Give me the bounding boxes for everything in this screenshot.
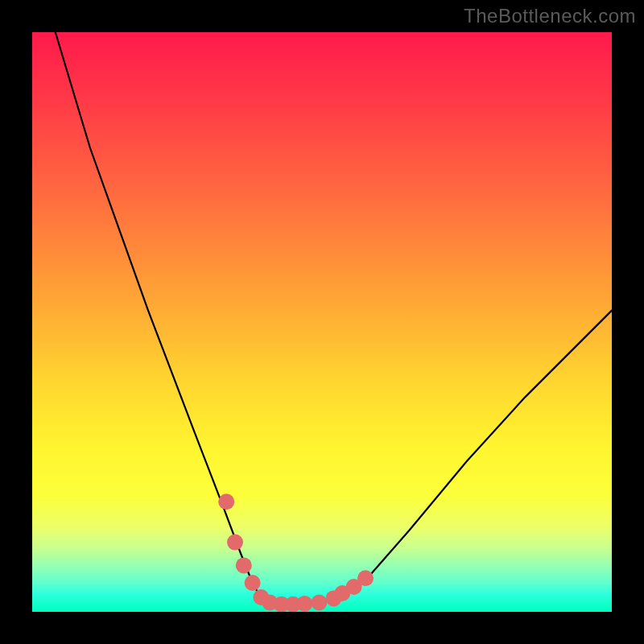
plot-area: [32, 32, 612, 612]
highlight-dot: [311, 594, 327, 610]
highlight-dot: [227, 535, 243, 551]
highlight-dot: [357, 570, 374, 586]
highlight-dot: [218, 493, 234, 510]
bottleneck-curve: [56, 32, 612, 605]
watermark-text: TheBottleneck.com: [464, 5, 636, 27]
highlight-dots: [218, 493, 374, 612]
chart-frame: TheBottleneck.com: [0, 0, 644, 644]
highlight-dot: [236, 557, 252, 573]
highlight-dot: [296, 596, 312, 612]
chart-svg: [32, 32, 612, 612]
highlight-dot: [245, 575, 261, 591]
